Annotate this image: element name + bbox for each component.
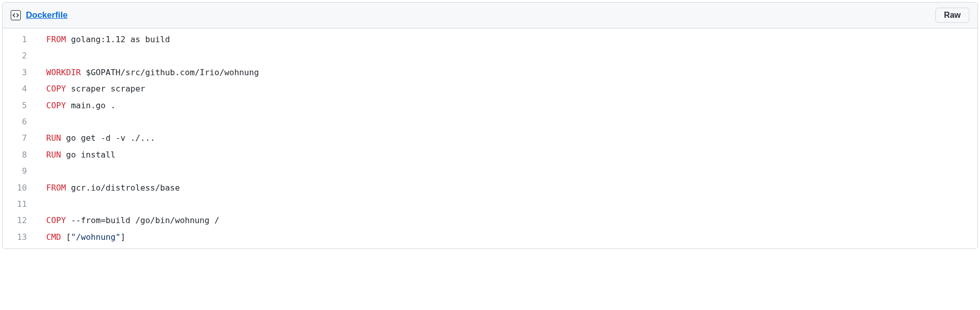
line-content[interactable]: FROM golang:1.12 as build (39, 32, 977, 48)
code-token-plain: gcr.io/distroless/base (66, 183, 180, 193)
line-number[interactable]: 4 (3, 81, 39, 97)
code-token-keyword: FROM (46, 183, 66, 193)
line-content[interactable]: COPY --from=build /go/bin/wohnung / (39, 212, 977, 229)
code-token-keyword: RUN (46, 133, 61, 143)
code-token-plain: golang:1.12 as build (66, 35, 170, 44)
line-content[interactable] (39, 48, 977, 64)
line-number[interactable]: 7 (3, 130, 39, 146)
code-line: 2 (3, 48, 977, 64)
code-token-string: "/wohnung" (71, 232, 120, 242)
code-token-plain: [ (61, 232, 71, 242)
file-name-link[interactable]: Dockerfile (26, 10, 68, 20)
line-number[interactable]: 8 (3, 147, 39, 163)
line-content[interactable]: FROM gcr.io/distroless/base (39, 180, 977, 196)
code-token-plain: go install (61, 150, 115, 160)
line-content[interactable]: RUN go get -d -v ./... (39, 130, 977, 146)
code-token-keyword: RUN (46, 150, 61, 160)
line-content[interactable] (39, 114, 977, 130)
raw-button[interactable]: Raw (935, 8, 969, 23)
code-line: 6 (3, 114, 977, 130)
code-line: 7RUN go get -d -v ./... (3, 130, 977, 146)
code-line: 11 (3, 196, 977, 212)
line-content[interactable]: WORKDIR $GOPATH/src/github.com/Irio/wohn… (39, 65, 977, 81)
file-title: Dockerfile (11, 10, 68, 20)
line-number[interactable]: 2 (3, 48, 39, 64)
line-content[interactable]: CMD ["/wohnung"] (39, 229, 977, 245)
code-body: 1FROM golang:1.12 as build23WORKDIR $GOP… (3, 28, 977, 249)
line-number[interactable]: 10 (3, 180, 39, 196)
code-line: 9 (3, 163, 977, 179)
code-line: 1FROM golang:1.12 as build (3, 32, 977, 48)
code-token-plain: scraper scraper (66, 84, 145, 94)
line-content[interactable]: COPY scraper scraper (39, 81, 977, 97)
code-line: 4COPY scraper scraper (3, 81, 977, 97)
code-line: 3WORKDIR $GOPATH/src/github.com/Irio/woh… (3, 65, 977, 81)
line-number[interactable]: 9 (3, 163, 39, 179)
code-token-plain: go get -d -v ./... (61, 133, 155, 143)
code-token-plain: ] (120, 232, 125, 242)
code-token-keyword: COPY (46, 101, 66, 110)
code-line: 5COPY main.go . (3, 98, 977, 114)
code-token-keyword: COPY (46, 215, 66, 225)
code-token-keyword: WORKDIR (46, 68, 81, 77)
code-line: 12COPY --from=build /go/bin/wohnung / (3, 212, 977, 229)
line-number[interactable]: 6 (3, 114, 39, 130)
line-number[interactable]: 11 (3, 196, 39, 212)
code-line: 8RUN go install (3, 147, 977, 163)
line-number[interactable]: 5 (3, 98, 39, 114)
file-box: Dockerfile Raw 1FROM golang:1.12 as buil… (2, 2, 978, 249)
code-token-plain: $GOPATH/src/github.com/Irio/wohnung (81, 68, 259, 77)
code-token-plain: main.go . (66, 101, 115, 110)
file-header: Dockerfile Raw (3, 3, 977, 28)
code-token-keyword: COPY (46, 84, 66, 94)
line-content[interactable] (39, 196, 977, 212)
line-number[interactable]: 1 (3, 32, 39, 48)
code-token-keyword: FROM (46, 35, 66, 44)
line-number[interactable]: 13 (3, 229, 39, 245)
code-line: 10FROM gcr.io/distroless/base (3, 180, 977, 196)
line-number[interactable]: 12 (3, 212, 39, 229)
code-file-icon (11, 10, 21, 20)
line-content[interactable]: RUN go install (39, 147, 977, 163)
line-content[interactable] (39, 163, 977, 179)
code-line: 13CMD ["/wohnung"] (3, 229, 977, 245)
line-content[interactable]: COPY main.go . (39, 98, 977, 114)
line-number[interactable]: 3 (3, 65, 39, 81)
code-token-plain: --from=build /go/bin/wohnung / (66, 215, 219, 225)
code-token-keyword: CMD (46, 232, 61, 242)
